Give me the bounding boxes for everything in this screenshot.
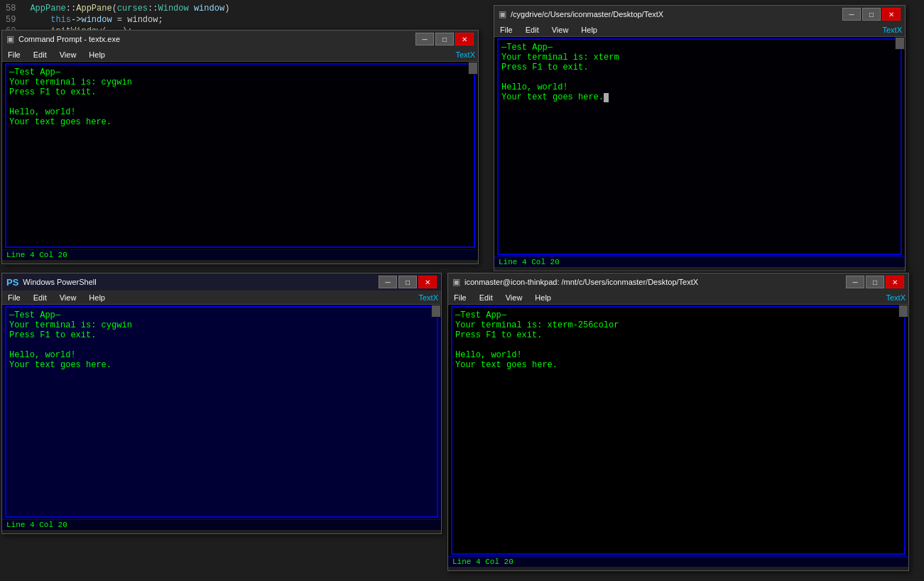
linux-inner-border: ─Test App─ Your terminal is: xterm-256co…	[451, 306, 906, 555]
linux-terminal-body: ─Test App─ Your terminal is: xterm-256co…	[448, 305, 908, 556]
linux-title-text: ▣ iconmaster@icon-thinkpad: /mnt/c/Users…	[452, 277, 698, 287]
cmd-minimize-btn[interactable]: ─	[415, 33, 434, 45]
ps-menu-view[interactable]: View	[57, 293, 80, 302]
linux-line3	[455, 340, 901, 350]
ps-menu-edit[interactable]: Edit	[31, 293, 50, 302]
cmd-scrollbar-thumb	[469, 63, 477, 74]
cmd-menu-edit[interactable]: Edit	[31, 50, 50, 59]
linux-line4: Hello, world!	[455, 350, 901, 360]
linux-status-bar: Line 4 Col 20	[448, 556, 908, 567]
cmd-app-label: TextX	[455, 50, 475, 59]
xterm-scrollbar[interactable]	[895, 37, 905, 50]
cmd-scrollbar[interactable]	[468, 62, 478, 75]
cmd-close-btn[interactable]: ✕	[455, 33, 474, 45]
linux-line5: Your text goes here.	[455, 360, 901, 370]
cmd-controls: ─ □ ✕	[415, 33, 474, 45]
xterm-controls: ─ □ ✕	[842, 8, 901, 21]
cmd-window: ▣ Command Prompt - textx.exe ─ □ ✕ File …	[1, 30, 479, 264]
linux-menu-help[interactable]: Help	[532, 293, 554, 302]
xterm-icon: ▣	[499, 9, 506, 19]
cmd-status-bar: Line 4 Col 20	[2, 249, 478, 260]
cmd-title-bar[interactable]: ▣ Command Prompt - textx.exe ─ □ ✕	[2, 31, 478, 48]
powershell-window: PS Windows PowerShell ─ □ ✕ File Edit Vi…	[1, 273, 442, 534]
ps-status-bar: Line 4 Col 20	[2, 519, 441, 530]
linux-close-btn[interactable]: ✕	[886, 276, 904, 288]
cmd-restore-btn[interactable]: □	[435, 33, 454, 45]
cmd-title-text: ▣ Command Prompt - textx.exe	[6, 34, 120, 44]
linux-line2: Press F1 to exit.	[455, 330, 901, 340]
cmd-terminal-body: ─Test App─ Your terminal is: cygwin Pres…	[2, 62, 478, 249]
ps-close-btn[interactable]: ✕	[418, 276, 437, 288]
ps-controls: ─ □ ✕	[379, 276, 437, 288]
xterm-inner-border: ─Test App─ Your terminal is: xterm Press…	[497, 38, 902, 255]
cmd-line4: Hello, world!	[9, 107, 471, 117]
xterm-status-text: Line 4 Col 20	[499, 258, 560, 266]
xterm-line3	[501, 72, 898, 82]
ps-line4: Hello, world!	[9, 350, 434, 360]
xterm-terminal-body: ─Test App─ Your terminal is: xterm Press…	[494, 37, 905, 256]
cmd-inner-border: ─Test App─ Your terminal is: cygwin Pres…	[5, 63, 475, 248]
ps-scrollbar-thumb	[432, 305, 440, 317]
cmd-status-text: Line 4 Col 20	[6, 251, 67, 259]
xterm-app-label: TextX	[882, 26, 902, 34]
xterm-title-bar[interactable]: ▣ /cygdrive/c/Users/iconmaster/Desktop/T…	[494, 6, 905, 23]
ps-line2: Press F1 to exit.	[9, 330, 434, 340]
cmd-inner-title: ─Test App─	[9, 67, 471, 77]
cmd-line1: Your terminal is: cygwin	[9, 77, 471, 87]
xterm-menu-help[interactable]: Help	[578, 26, 600, 34]
ps-line1: Your terminal is: cygwin	[9, 320, 434, 330]
linux-scrollbar-thumb	[899, 305, 908, 317]
ps-menu-help[interactable]: Help	[86, 293, 108, 302]
cmd-line2: Press F1 to exit.	[9, 87, 471, 97]
linux-status-text: Line 4 Col 20	[452, 558, 513, 566]
xterm-line2: Press F1 to exit.	[501, 63, 898, 72]
xterm-menu-bar: File Edit View Help TextX	[494, 23, 905, 37]
xterm-line1: Your terminal is: xterm	[501, 53, 898, 63]
ps-line5: Your text goes here.	[9, 360, 434, 370]
linux-inner-title: ─Test App─	[455, 310, 901, 320]
linux-scrollbar[interactable]	[898, 305, 908, 317]
linux-title-bar[interactable]: ▣ iconmaster@icon-thinkpad: /mnt/c/Users…	[448, 273, 908, 290]
cmd-menu-file[interactable]: File	[5, 50, 23, 59]
xterm-title-text: ▣ /cygdrive/c/Users/iconmaster/Desktop/T…	[499, 9, 663, 19]
ps-app-label: TextX	[418, 293, 438, 302]
cmd-icon: ▣	[6, 34, 14, 44]
xterm-menu-view[interactable]: View	[549, 26, 572, 34]
ps-icon: PS	[6, 277, 18, 288]
xterm-cursor	[604, 93, 609, 102]
ps-title-text: PS Windows PowerShell	[6, 277, 97, 288]
xterm-close-btn[interactable]: ✕	[882, 8, 901, 21]
ps-inner-border: ─Test App─ Your terminal is: cygwin Pres…	[5, 306, 438, 518]
cmd-line3	[9, 97, 471, 107]
linux-line1: Your terminal is: xterm-256color	[455, 320, 901, 330]
cmd-menu-help[interactable]: Help	[86, 50, 108, 59]
xterm-inner-title: ─Test App─	[501, 43, 898, 53]
linux-menu-bar: File Edit View Help TextX	[448, 290, 908, 305]
ps-status-text: Line 4 Col 20	[6, 521, 67, 529]
xterm-restore-btn[interactable]: □	[862, 8, 881, 21]
ps-menu-file[interactable]: File	[5, 293, 23, 302]
linux-menu-view[interactable]: View	[503, 293, 526, 302]
ps-terminal-body: ─Test App─ Your terminal is: cygwin Pres…	[2, 305, 441, 519]
linux-restore-btn[interactable]: □	[866, 276, 884, 288]
xterm-menu-file[interactable]: File	[497, 26, 516, 34]
xterm-window: ▣ /cygdrive/c/Users/iconmaster/Desktop/T…	[494, 5, 906, 271]
linux-menu-edit[interactable]: Edit	[477, 293, 496, 302]
ps-restore-btn[interactable]: □	[398, 276, 417, 288]
ps-menu-bar: File Edit View Help TextX	[2, 290, 441, 305]
xterm-minimize-btn[interactable]: ─	[842, 8, 861, 21]
cmd-menu-bar: File Edit View Help TextX	[2, 48, 478, 62]
ps-title-bar[interactable]: PS Windows PowerShell ─ □ ✕	[2, 273, 441, 290]
ps-minimize-btn[interactable]: ─	[379, 276, 397, 288]
cmd-menu-view[interactable]: View	[57, 50, 80, 59]
linux-menu-file[interactable]: File	[451, 293, 469, 302]
linux-window: ▣ iconmaster@icon-thinkpad: /mnt/c/Users…	[447, 273, 909, 571]
cmd-line5: Your text goes here.	[9, 117, 471, 127]
ps-scrollbar[interactable]	[431, 305, 441, 317]
xterm-line4: Hello, world!	[501, 82, 898, 92]
linux-minimize-btn[interactable]: ─	[846, 276, 864, 288]
linux-app-label: TextX	[886, 293, 906, 302]
linux-controls: ─ □ ✕	[846, 276, 904, 288]
xterm-scrollbar-thumb	[896, 38, 904, 49]
xterm-menu-edit[interactable]: Edit	[523, 26, 542, 34]
